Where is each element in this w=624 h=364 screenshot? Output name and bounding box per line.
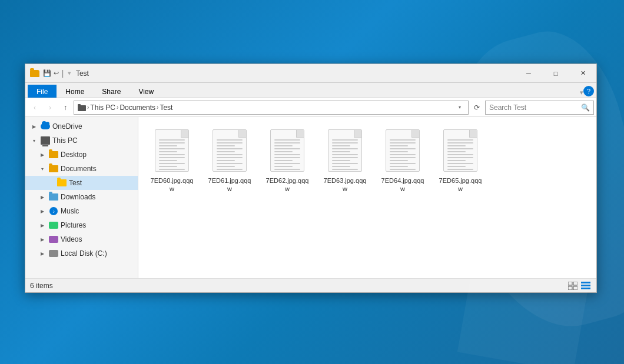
search-icon[interactable]: 🔍 [581, 103, 590, 112]
close-button[interactable]: ✕ [569, 64, 596, 83]
qa-dropdown-btn[interactable]: ▾ [68, 69, 71, 77]
onedrive-icon [41, 122, 50, 131]
sidebar-label-videos: Videos [61, 235, 82, 243]
path-dropdown-icon[interactable]: ▾ [455, 103, 464, 112]
qa-undo-btn[interactable]: ↩ [54, 69, 59, 77]
file-grid: 7ED60.jpg.qqqw [143, 122, 592, 199]
maximize-button[interactable]: □ [542, 64, 569, 83]
back-button[interactable]: ‹ [28, 101, 42, 115]
large-icons-view-icon [581, 282, 590, 290]
statusbar: 6 items [25, 278, 596, 292]
address-path[interactable]: › This PC › Documents › Test ▾ [74, 101, 469, 115]
pictures-expand-icon: ▶ [38, 221, 47, 229]
documents-expand-icon: ▾ [38, 165, 47, 173]
svg-rect-1 [78, 104, 81, 106]
back-icon: ‹ [34, 103, 36, 112]
file-thumbnail-3 [324, 127, 366, 174]
list-item[interactable]: 7ED64.jpg.qqqw [376, 124, 429, 196]
pictures-icon [49, 221, 58, 230]
refresh-icon: ⟳ [474, 103, 480, 112]
tab-home[interactable]: Home [57, 85, 93, 98]
file-label-4: 7ED64.jpg.qqqw [379, 176, 426, 193]
sidebar-label-test: Test [69, 179, 82, 187]
list-item[interactable]: 7ED65.jpg.qqqw [434, 124, 487, 196]
tab-view[interactable]: View [130, 85, 162, 98]
sidebar-label-downloads: Downloads [61, 193, 95, 201]
path-test: Test [160, 103, 172, 112]
sidebar-item-documents[interactable]: ▾ Documents [25, 162, 138, 176]
tab-file[interactable]: File [28, 85, 57, 98]
file-thumbnail-5 [439, 127, 482, 174]
sidebar-item-test[interactable]: ▶ Test [25, 176, 138, 190]
up-button[interactable]: ↑ [58, 101, 72, 115]
titlebar-icon [30, 69, 39, 78]
svg-rect-8 [581, 288, 590, 289]
forward-button[interactable]: › [43, 101, 57, 115]
sidebar-label-onedrive: OneDrive [52, 122, 82, 131]
explorer-window: 💾 ↩ │ ▾ Test ─ □ ✕ File Home Share View … [25, 64, 597, 293]
list-item[interactable]: 7ED61.jpg.qqqw [203, 124, 256, 196]
path-sep-3: › [157, 104, 158, 111]
sidebar-item-pictures[interactable]: ▶ Pictures [25, 218, 138, 232]
window-title: Test [76, 69, 515, 78]
sidebar-label-pictures: Pictures [61, 221, 86, 229]
list-item[interactable]: 7ED62.jpg.qqqw [261, 124, 314, 196]
file-label-5: 7ED65.jpg.qqqw [437, 176, 484, 193]
list-item[interactable]: 7ED63.jpg.qqqw [318, 124, 371, 196]
onedrive-expand-icon: ▶ [30, 122, 38, 131]
music-icon: ♪ [49, 206, 58, 216]
forward-icon: › [49, 103, 51, 112]
content-area: ▶ OneDrive ▾ This PC ▶ Deskto [25, 117, 596, 278]
sidebar: ▶ OneDrive ▾ This PC ▶ Deskto [25, 117, 138, 278]
tab-share[interactable]: Share [93, 85, 130, 98]
sidebar-item-thispc[interactable]: ▾ This PC [25, 133, 138, 148]
desktop-expand-icon: ▶ [38, 151, 47, 159]
search-box: 🔍 [485, 101, 594, 115]
up-icon: ↑ [64, 103, 67, 112]
desktop-icon [49, 150, 58, 159]
large-icons-view-button[interactable] [580, 280, 592, 292]
sidebar-item-localdisk[interactable]: ▶ Local Disk (C:) [25, 246, 138, 261]
sidebar-item-downloads[interactable]: ▶ Downloads [25, 190, 138, 204]
qa-save-btn[interactable]: 💾 [43, 69, 51, 77]
file-label-3: 7ED63.jpg.qqqw [321, 176, 369, 193]
localdisk-expand-icon: ▶ [38, 249, 47, 258]
test-icon [57, 178, 67, 188]
ribbon-tabs: File Home Share View ▾ ? [25, 83, 596, 98]
thispc-expand-icon: ▾ [30, 136, 38, 145]
sidebar-item-onedrive[interactable]: ▶ OneDrive [25, 119, 138, 133]
help-button[interactable]: ? [583, 86, 594, 96]
addressbar: ‹ › ↑ › This PC › Documents › Test ▾ ⟳ 🔍 [25, 98, 596, 117]
svg-rect-6 [581, 282, 590, 283]
sidebar-label-documents: Documents [61, 165, 97, 173]
thispc-icon [41, 136, 50, 145]
file-label-1: 7ED61.jpg.qqqw [206, 176, 253, 193]
svg-rect-3 [573, 282, 577, 285]
sidebar-item-desktop[interactable]: ▶ Desktop [25, 148, 138, 162]
list-item[interactable]: 7ED60.jpg.qqqw [145, 124, 198, 196]
videos-icon [49, 235, 58, 244]
view-buttons [567, 280, 592, 292]
sidebar-label-localdisk: Local Disk (C:) [61, 249, 107, 258]
search-input[interactable] [489, 103, 579, 112]
refresh-button[interactable]: ⟳ [470, 101, 484, 115]
file-thumbnail-0 [151, 127, 193, 174]
music-expand-icon: ▶ [38, 207, 47, 215]
sidebar-label-desktop: Desktop [61, 151, 87, 159]
sidebar-label-music: Music [61, 207, 79, 215]
svg-rect-4 [568, 286, 572, 290]
file-label-2: 7ED62.jpg.qqqw [264, 176, 311, 193]
details-view-icon [568, 282, 577, 290]
sidebar-item-videos[interactable]: ▶ Videos [25, 232, 138, 246]
file-area: 7ED60.jpg.qqqw [138, 117, 596, 278]
titlebar-buttons: ─ □ ✕ [515, 64, 596, 83]
file-thumbnail-2 [266, 127, 308, 174]
details-view-button[interactable] [567, 280, 579, 292]
minimize-button[interactable]: ─ [515, 64, 542, 83]
svg-rect-7 [581, 285, 590, 286]
path-sep-1: › [87, 104, 89, 111]
file-thumbnail-1 [208, 127, 251, 174]
downloads-icon [49, 192, 58, 202]
path-thispc: This PC [90, 103, 115, 112]
sidebar-item-music[interactable]: ▶ ♪ Music [25, 204, 138, 218]
